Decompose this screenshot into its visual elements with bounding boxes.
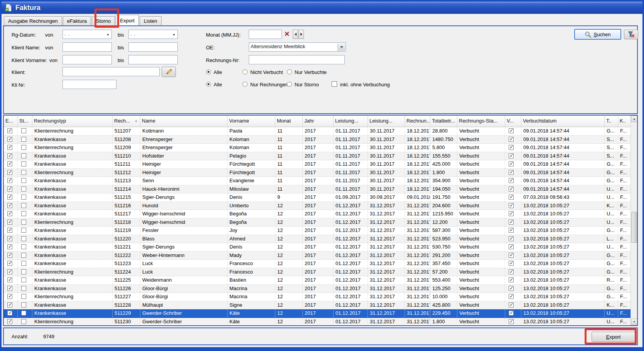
cell-st[interactable] — [18, 169, 32, 177]
e-checkbox[interactable] — [7, 145, 12, 150]
cell-e[interactable] — [4, 210, 18, 218]
st-checkbox[interactable] — [21, 170, 26, 175]
vertical-scrollbar[interactable]: ▲ ▼ — [631, 116, 637, 325]
cell-st[interactable] — [18, 177, 32, 185]
column-header-status[interactable]: Rechnungs-Sta... — [457, 116, 505, 127]
e-checkbox[interactable] — [7, 137, 12, 142]
cell-st[interactable] — [18, 235, 32, 243]
table-row[interactable]: Klientenrechnung511227Gloor-BürgiMacrina… — [4, 293, 632, 301]
st-checkbox[interactable] — [21, 178, 26, 183]
st-checkbox[interactable] — [21, 203, 26, 208]
e-checkbox[interactable] — [7, 211, 12, 216]
cell-e[interactable] — [4, 136, 18, 144]
radio-nur-verbuchte[interactable] — [287, 69, 292, 74]
cell-v[interactable] — [505, 177, 521, 185]
e-checkbox[interactable] — [7, 178, 12, 183]
oe-dropdown-button[interactable] — [337, 43, 345, 51]
column-header-jahr[interactable]: Jahr — [303, 116, 334, 127]
cell-e[interactable] — [4, 169, 18, 177]
monat-next-button[interactable] — [298, 30, 304, 39]
table-row[interactable]: Klientenrechnung511212HeinigerFürchtegot… — [4, 169, 632, 177]
cell-e[interactable] — [4, 144, 18, 152]
v-checkbox[interactable] — [509, 311, 514, 316]
cell-st[interactable] — [18, 202, 32, 210]
e-checkbox[interactable] — [7, 253, 12, 258]
v-checkbox[interactable] — [509, 319, 514, 324]
tab-storno[interactable]: Storno — [92, 16, 115, 25]
e-checkbox[interactable] — [7, 319, 12, 324]
cell-v[interactable] — [505, 243, 521, 251]
cell-v[interactable] — [505, 136, 521, 144]
cell-e[interactable] — [4, 309, 18, 317]
st-checkbox[interactable] — [21, 137, 26, 142]
cell-v[interactable] — [505, 218, 521, 227]
cell-v[interactable] — [505, 152, 521, 160]
st-checkbox[interactable] — [21, 236, 26, 241]
table-row[interactable]: Krankenkasse511221Sgier-DerungsDenis1220… — [4, 243, 632, 252]
klient-edit-button[interactable] — [162, 67, 176, 77]
v-checkbox[interactable] — [509, 211, 514, 216]
column-header-t[interactable]: T.. — [605, 116, 618, 127]
cell-e[interactable] — [4, 193, 18, 202]
e-checkbox[interactable] — [7, 220, 12, 225]
cell-st[interactable] — [18, 276, 32, 284]
table-row[interactable]: Krankenkasse511211HeinigerFürchtegott112… — [4, 160, 632, 169]
v-checkbox[interactable] — [509, 294, 514, 299]
e-checkbox[interactable] — [7, 195, 12, 200]
oe-combobox[interactable]: Altersresidenz Meerblick — [249, 42, 346, 52]
table-row[interactable]: Klientenrechnung511207KottmannPaola11201… — [4, 127, 632, 136]
clear-monat-icon[interactable]: ✕ — [284, 30, 290, 38]
table-row[interactable]: Krankenkasse511228MülhauptSigne12201701.… — [4, 301, 632, 310]
cell-v[interactable] — [505, 252, 521, 260]
v-checkbox[interactable] — [509, 178, 514, 183]
cell-st[interactable] — [18, 309, 32, 317]
v-checkbox[interactable] — [509, 195, 514, 200]
column-header-leistung_bis[interactable]: Leistung... — [368, 116, 405, 127]
table-row[interactable]: Krankenkasse511222Weber-HintermannMady12… — [4, 252, 632, 260]
cell-v[interactable] — [505, 293, 521, 301]
cell-v[interactable] — [505, 193, 521, 202]
st-checkbox[interactable] — [21, 153, 26, 158]
st-checkbox[interactable] — [21, 161, 26, 166]
table-row[interactable]: Krankenkasse511217Wigger-IsenschmidBegoñ… — [4, 210, 632, 218]
v-checkbox[interactable] — [509, 228, 514, 233]
cell-st[interactable] — [18, 127, 32, 135]
cell-e[interactable] — [4, 235, 18, 243]
monat-input[interactable] — [249, 30, 282, 39]
cell-e[interactable] — [4, 285, 18, 293]
cell-v[interactable] — [505, 202, 521, 210]
st-checkbox[interactable] — [21, 269, 26, 274]
cell-e[interactable] — [4, 252, 18, 260]
st-checkbox[interactable] — [21, 286, 26, 291]
klient-input[interactable] — [62, 67, 160, 76]
cell-st[interactable] — [18, 218, 32, 227]
kli-nr-input[interactable] — [62, 80, 116, 89]
table-row[interactable]: Krankenkasse511215Sgier-DerungsDenis9201… — [4, 193, 632, 202]
cell-st[interactable] — [18, 210, 32, 218]
cell-e[interactable] — [4, 260, 18, 268]
st-checkbox[interactable] — [21, 211, 26, 216]
column-header-totalbetrag[interactable]: Totalbetr... — [430, 116, 457, 127]
e-checkbox[interactable] — [7, 294, 12, 299]
cell-v[interactable] — [505, 318, 521, 325]
radio-nicht-verbucht[interactable] — [243, 69, 248, 74]
radio-nur-rechnungen[interactable] — [243, 82, 248, 87]
column-header-e[interactable]: E... — [4, 116, 18, 127]
cell-e[interactable] — [4, 318, 18, 325]
radio-alle-status[interactable] — [206, 69, 211, 74]
st-checkbox[interactable] — [21, 319, 26, 324]
cell-e[interactable] — [4, 160, 18, 168]
cell-v[interactable] — [505, 210, 521, 218]
cell-v[interactable] — [505, 160, 521, 168]
table-row[interactable]: Klientenrechnung511230Gwerder-SchriberKä… — [4, 318, 632, 325]
e-checkbox[interactable] — [7, 153, 12, 158]
table-row[interactable]: Krankenkasse511216HunoldUmberto12201701.… — [4, 202, 632, 210]
e-checkbox[interactable] — [7, 302, 12, 307]
v-checkbox[interactable] — [509, 128, 514, 133]
scrollbar-thumb[interactable] — [631, 212, 637, 243]
e-checkbox[interactable] — [7, 203, 12, 208]
column-header-rechnungstyp[interactable]: Rechnungstyp — [32, 116, 113, 127]
cell-v[interactable] — [505, 127, 521, 135]
e-checkbox[interactable] — [7, 244, 12, 249]
cell-st[interactable] — [18, 318, 32, 325]
